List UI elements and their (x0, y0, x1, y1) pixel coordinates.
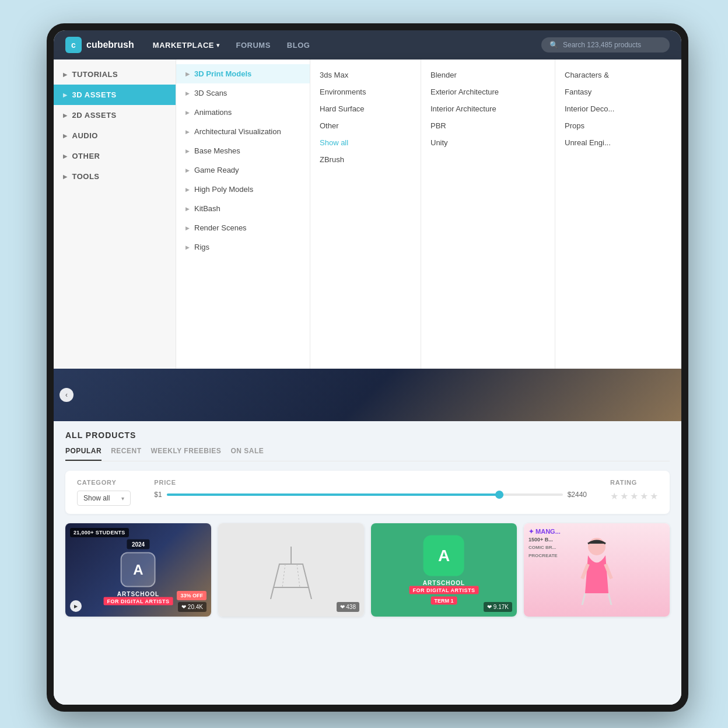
svg-line-4 (282, 564, 285, 587)
rigs-arrow: ▶ (186, 244, 190, 250)
tags-col5: Characters & Fantasy Interior Deco... Pr… (555, 60, 681, 369)
svg-line-3 (309, 587, 312, 599)
subcat-highpoly[interactable]: ▶ High Poly Models (176, 180, 310, 199)
product-thumb-3: A ARTSCHOOL FOR DIGITAL ARTISTS TERM 1 ❤… (371, 523, 517, 617)
product-thumb-4: ✦ MANG...1500+ B...COMIC BR...PROCREATE (524, 523, 670, 617)
tab-onsale[interactable]: ON SALE (230, 447, 264, 461)
logo-area[interactable]: c cubebrush (65, 37, 134, 53)
audio-arrow: ▶ (63, 133, 68, 139)
nav-marketplace[interactable]: MARKETPLACE (146, 37, 227, 53)
artschool-logo-dark: 2024 A ARTSCHOOL FOR DIGITAL ARTISTS (104, 535, 173, 606)
price-track[interactable] (167, 494, 563, 496)
svg-marker-1 (274, 564, 309, 587)
rating-filter: RATING ★ ★ ★ ★ ★ (610, 479, 658, 502)
cat-other[interactable]: ▶ OTHER (54, 146, 176, 166)
subcat-archviz[interactable]: ▶ Architectural Visualization (176, 122, 310, 141)
cat-tools[interactable]: ▶ TOOLS (54, 166, 176, 187)
tag-3dsmax[interactable]: 3ds Max (320, 66, 411, 83)
nav-links: MARKETPLACE FORUMS BLOG (146, 37, 317, 53)
star-3[interactable]: ★ (630, 491, 638, 502)
subcat-animations[interactable]: ▶ Animations (176, 103, 310, 122)
hero-prev-button[interactable]: ‹ (60, 388, 74, 402)
tag-unity[interactable]: Unity (430, 134, 545, 151)
subcat-gameready[interactable]: ▶ Game Ready (176, 160, 310, 180)
cat-3d-assets[interactable]: ▶ 3D ASSETS (54, 85, 176, 105)
other-arrow: ▶ (63, 153, 68, 159)
tag-hardsurface[interactable]: Hard Surface (320, 100, 411, 117)
search-bar[interactable]: 🔍 Search 123,485 products (541, 37, 670, 52)
price-max: $2440 (568, 491, 587, 499)
price-fill (167, 494, 503, 496)
tools-arrow: ▶ (63, 174, 68, 180)
tag-other[interactable]: Other (320, 117, 411, 134)
nav-forums[interactable]: FORUMS (229, 37, 277, 53)
like-count-3: ❤ 9.17K (484, 602, 512, 612)
cat-2d-assets[interactable]: ▶ 2D ASSETS (54, 105, 176, 125)
subcat-3dscans[interactable]: ▶ 3D Scans (176, 83, 310, 103)
filter-row: CATEGORY Show all ▾ PRICE $1 (65, 471, 670, 514)
tag-props[interactable]: Props (565, 117, 672, 134)
product-card-sketch[interactable]: ❤ 438 (218, 523, 364, 617)
tab-popular[interactable]: POPULAR (65, 447, 102, 461)
star-2[interactable]: ★ (620, 491, 628, 502)
tab-freebies[interactable]: WEEKLY FREEBIES (151, 447, 222, 461)
dropdown-overlay: ▶ TUTORIALS ▶ 3D ASSETS ▶ 2D ASSETS ▶ AU… (54, 60, 681, 705)
year-badge: 2024 (127, 540, 149, 550)
tutorials-arrow: ▶ (63, 72, 68, 78)
tablet-screen: c cubebrush MARKETPLACE FORUMS BLOG 🔍 Se… (54, 30, 681, 705)
highpoly-arrow: ▶ (186, 187, 190, 192)
tags-col3: 3ds Max Environments Hard Surface Other … (310, 60, 421, 369)
products-section: ALL PRODUCTS POPULAR RECENT WEEKLY FREEB… (54, 421, 681, 626)
tag-fantasy[interactable]: Fantasy (565, 83, 672, 100)
star-4[interactable]: ★ (640, 491, 648, 502)
product-card-artschool-dark[interactable]: 21,000+ STUDENTS 2024 A ARTSCHOOL FOR DI… (65, 523, 211, 617)
category-filter-label: CATEGORY (77, 479, 131, 486)
renderscenes-arrow: ▶ (186, 225, 190, 231)
tag-environments[interactable]: Environments (320, 83, 411, 100)
price-filter: PRICE $1 $2440 (154, 479, 587, 499)
star-1[interactable]: ★ (610, 491, 618, 502)
like-count-2: ❤ 438 (337, 602, 359, 612)
category-select[interactable]: Show all ▾ (77, 491, 131, 506)
content-area: ‹ ALL PRODUCTS POPULAR RECENT WEEKLY FRE… (54, 369, 681, 705)
like-count-1: ❤ 20.4K (178, 602, 206, 612)
tag-unreal[interactable]: Unreal Engi... (565, 134, 672, 151)
subcat-renderscenes[interactable]: ▶ Render Scenes (176, 218, 310, 237)
tag-pbr[interactable]: PBR (430, 117, 545, 134)
tag-zbrush[interactable]: ZBrush (320, 151, 411, 168)
gameready-arrow: ▶ (186, 167, 190, 173)
tag-interiordeco[interactable]: Interior Deco... (565, 100, 672, 117)
tag-characters[interactable]: Characters & (565, 66, 672, 83)
sub-categories-column: ▶ 3D Print Models ▶ 3D Scans ▶ Animation… (176, 60, 310, 369)
star-5[interactable]: ★ (650, 491, 658, 502)
3dscans-arrow: ▶ (186, 90, 190, 96)
nav-blog[interactable]: BLOG (280, 37, 317, 53)
play-button[interactable]: ▶ (70, 600, 82, 612)
manga-char-svg (576, 535, 617, 605)
product-card-artschool-green[interactable]: A ARTSCHOOL FOR DIGITAL ARTISTS TERM 1 ❤… (371, 523, 517, 617)
subcat-basemeshes[interactable]: ▶ Base Meshes (176, 141, 310, 160)
tag-exteriorarch[interactable]: Exterior Architecture (430, 83, 545, 100)
tag-blender[interactable]: Blender (430, 66, 545, 83)
subcat-kitbash[interactable]: ▶ KitBash (176, 199, 310, 218)
cat-tutorials[interactable]: ▶ TUTORIALS (54, 64, 176, 85)
tag-interiorarch[interactable]: Interior Architecture (430, 100, 545, 117)
logo-text: cubebrush (86, 40, 134, 50)
subcat-3dprint[interactable]: ▶ 3D Print Models (176, 64, 310, 83)
stars-row: ★ ★ ★ ★ ★ (610, 491, 658, 502)
price-thumb[interactable] (495, 491, 503, 499)
subcat-rigs[interactable]: ▶ Rigs (176, 237, 310, 257)
tab-recent[interactable]: RECENT (111, 447, 141, 461)
product-card-manga[interactable]: ✦ MANG...1500+ B...COMIC BR...PROCREATE (524, 523, 670, 617)
sale-badge-1: 33% OFF (177, 591, 206, 600)
product-thumb-2: ❤ 438 (218, 523, 364, 617)
cat-audio[interactable]: ▶ AUDIO (54, 125, 176, 146)
price-filter-label: PRICE (154, 479, 587, 486)
animations-arrow: ▶ (186, 110, 190, 116)
artschool-icon-green: A (424, 536, 464, 576)
basemeshes-arrow: ▶ (186, 148, 190, 154)
artschool-sub-dark: FOR DIGITAL ARTISTS (104, 597, 173, 606)
tag-showall-col3[interactable]: Show all (320, 134, 411, 151)
svg-line-2 (271, 587, 274, 599)
logo-icon: c (65, 37, 82, 53)
